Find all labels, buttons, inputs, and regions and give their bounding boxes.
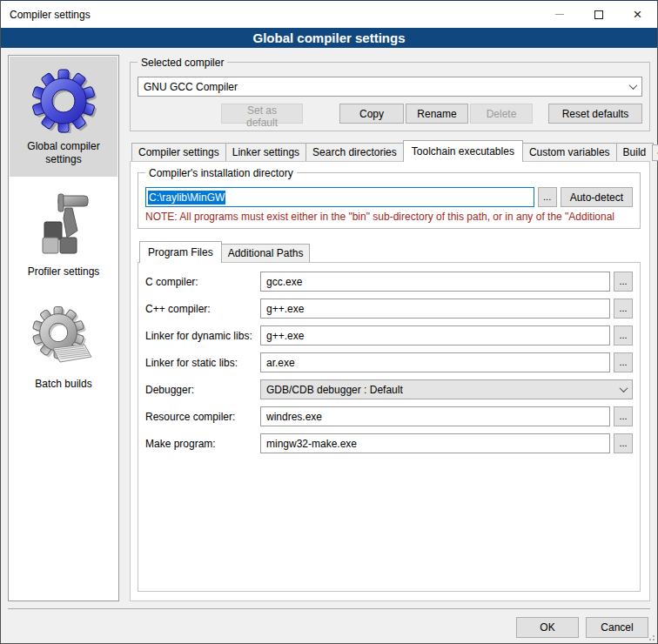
installation-directory-input[interactable]: C:\raylib\MinGW (145, 187, 534, 207)
minimize-button[interactable] (540, 1, 579, 28)
field-label: Make program: (145, 438, 260, 450)
browse-button[interactable]: ... (614, 272, 633, 292)
page-title: Global compiler settings (1, 28, 657, 48)
compiler-action-button[interactable]: Reset defaults (548, 104, 642, 124)
field-input[interactable]: mingw32-make.exe (260, 433, 610, 453)
gray-gear-stack-icon (29, 303, 98, 372)
sub-tab[interactable]: Program Files (139, 241, 222, 263)
field-input[interactable]: g++.exe (260, 325, 610, 345)
toolchain-field-row: Linker for static libs: ar.exe ... (145, 352, 633, 372)
compiler-action-button[interactable]: Delete (470, 104, 533, 124)
sidebar-item-label: Batch builds (35, 378, 91, 391)
chevron-down-icon (620, 384, 628, 392)
sidebar-item-global-compiler-settings[interactable]: Global compiler settings (10, 57, 118, 177)
toolchain-field-row: Resource compiler: windres.exe ... (145, 406, 633, 426)
toolchain-field-row: C compiler: gcc.exe ... (145, 272, 633, 292)
compiler-settings-dialog: Compiler settings × Global compiler sett… (0, 0, 658, 644)
program-files-tabstrip: Program Files Additional Paths (138, 241, 641, 262)
field-value: gcc.exe (266, 276, 604, 288)
ok-button[interactable]: OK (516, 617, 579, 638)
toolchain-field-row: C++ compiler: g++.exe ... (145, 299, 633, 319)
bin-subdirectory-note: NOTE: All programs must exist either in … (145, 211, 633, 223)
field-value: mingw32-make.exe (266, 438, 604, 450)
compiler-actions-row: Set as default Copy Rename Delete Reset … (138, 104, 642, 124)
minimize-icon (555, 14, 564, 15)
field-input[interactable]: windres.exe (260, 406, 610, 426)
caliper-blocks-icon (29, 191, 98, 260)
main-tab[interactable]: Build options (616, 143, 654, 161)
close-icon: × (634, 7, 642, 22)
main-tab[interactable]: Custom variables (522, 143, 617, 161)
field-input[interactable]: g++.exe (260, 299, 610, 319)
field-value: GDB/CDB debugger : Default (266, 384, 621, 396)
toolchain-field-row: Make program: mingw32-make.exe ... (145, 433, 633, 453)
program-files-page: C compiler: gcc.exe ... (138, 262, 641, 592)
field-label: Linker for dynamic libs: (145, 330, 260, 342)
field-label: Resource compiler: (145, 411, 260, 423)
toolchain-executables-page: Compiler's installation directory C:\ray… (130, 161, 650, 601)
compiler-action-button[interactable]: Rename (406, 104, 468, 124)
close-button[interactable]: × (618, 1, 657, 28)
tab-scroll-left-button[interactable]: ◄ (652, 144, 658, 161)
main-tab[interactable]: Toolchain executables (403, 140, 523, 162)
maximize-icon (594, 10, 603, 19)
blue-gear-icon (29, 65, 98, 135)
main-tab[interactable]: Search directories (306, 143, 404, 161)
titlebar[interactable]: Compiler settings × (1, 1, 657, 28)
cancel-button[interactable]: Cancel (586, 617, 648, 638)
browse-button[interactable]: ... (614, 352, 633, 372)
compiler-action-button[interactable]: Copy (339, 104, 404, 124)
compiler-action-button[interactable]: Set as default (221, 104, 303, 124)
field-input[interactable]: GDB/CDB debugger : Default (260, 379, 633, 399)
main-tab[interactable]: Compiler settings (131, 143, 226, 161)
selected-compiler-value: GNU GCC Compiler (144, 81, 630, 93)
sidebar-item-label: Profiler settings (28, 265, 100, 278)
tab-scroll-arrows: ◄ ► (653, 144, 658, 161)
sidebar-item-label: Global compiler settings (13, 140, 114, 166)
field-label: Linker for static libs: (145, 357, 260, 369)
settings-sidebar: Global compiler settings (8, 55, 119, 601)
browse-button[interactable]: ... (614, 299, 633, 319)
group-legend: Selected compiler (138, 57, 227, 69)
field-label: C++ compiler: (145, 303, 260, 315)
field-input[interactable]: ar.exe (260, 352, 610, 372)
field-value: g++.exe (266, 330, 604, 342)
maximize-button[interactable] (579, 1, 618, 28)
main-tab[interactable]: Linker settings (225, 143, 306, 161)
window-title: Compiler settings (1, 9, 540, 21)
selected-compiler-group: Selected compiler GNU GCC Compiler Set a… (130, 62, 650, 131)
sidebar-item-profiler-settings[interactable]: Profiler settings (10, 182, 118, 289)
browse-button[interactable]: ... (614, 325, 633, 345)
field-input[interactable]: gcc.exe (260, 272, 610, 292)
browse-button[interactable]: ... (614, 406, 633, 426)
installation-directory-value: C:\raylib\MinGW (148, 191, 225, 205)
field-label: Debugger: (145, 384, 260, 396)
browse-button[interactable]: ... (614, 433, 633, 453)
group-legend: Compiler's installation directory (145, 167, 297, 179)
auto-detect-button[interactable]: Auto-detect (561, 187, 633, 207)
toolchain-field-row: Linker for dynamic libs: g++.exe ... (145, 325, 633, 345)
browse-directory-button[interactable]: ... (538, 187, 557, 207)
field-value: g++.exe (266, 303, 604, 315)
sub-tab[interactable]: Additional Paths (221, 244, 311, 262)
field-value: windres.exe (266, 411, 604, 423)
toolchain-field-row: Debugger: GDB/CDB debugger : Default (145, 379, 633, 399)
dialog-footer: OK Cancel (8, 608, 650, 638)
installation-directory-group: Compiler's installation directory C:\ray… (138, 172, 641, 229)
sidebar-item-batch-builds[interactable]: Batch builds (10, 294, 118, 401)
chevron-down-icon (629, 81, 638, 90)
selected-compiler-dropdown[interactable]: GNU GCC Compiler (138, 77, 642, 97)
main-tabstrip: Compiler settings Linker settings Search… (130, 140, 650, 161)
field-label: C compiler: (145, 276, 260, 288)
resize-grip[interactable] (646, 632, 655, 641)
field-value: ar.exe (266, 357, 604, 369)
